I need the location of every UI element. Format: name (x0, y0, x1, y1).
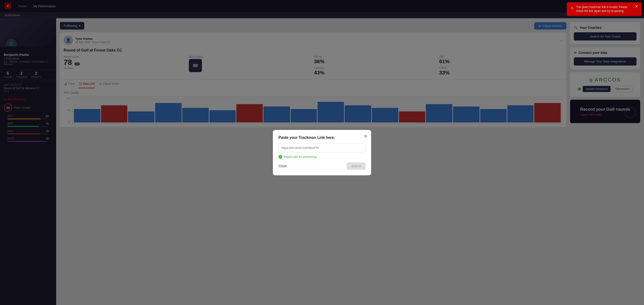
modal-overlay[interactable]: Paste your Trackman Link here. ✕ ✓ Repor… (0, 0, 644, 305)
error-toast: ⚠ The given trackman link is invalid. Pl… (567, 2, 642, 16)
toast-message: The given trackman link is invalid. Plea… (576, 5, 632, 13)
trackman-link-input[interactable] (278, 144, 366, 152)
success-text: Report sent for processing (284, 155, 316, 158)
success-message: ✓ Report sent for processing (278, 155, 366, 159)
submit-button[interactable]: Submit (347, 162, 366, 170)
modal-actions: Close Submit (278, 162, 366, 170)
modal-close-icon[interactable]: ✕ (364, 134, 368, 139)
trackman-modal: Paste your Trackman Link here. ✕ ✓ Repor… (273, 130, 371, 175)
toast-close-icon[interactable]: ✕ (635, 5, 638, 8)
modal-title: Paste your Trackman Link here. (278, 136, 366, 140)
check-icon: ✓ (278, 155, 282, 159)
warning-icon: ⚠ (570, 6, 574, 10)
close-button[interactable]: Close (278, 164, 287, 168)
